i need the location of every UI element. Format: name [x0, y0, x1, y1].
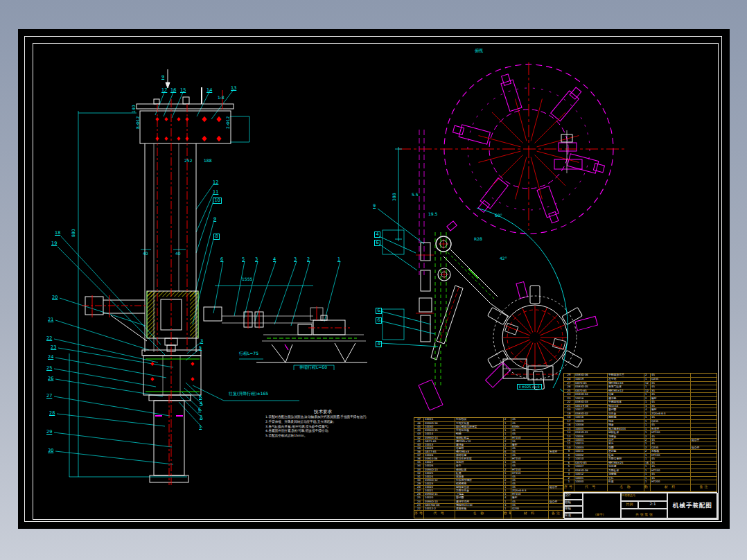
callout-balloon: 4 [200, 401, 202, 406]
parts-header-cell: 序号 [564, 484, 574, 493]
parts-header-cell: 代 号 [423, 511, 455, 519]
callout-balloon: 4 [376, 341, 382, 347]
scale-label: 比例 [621, 501, 638, 509]
callout-balloon: 29 [46, 430, 52, 435]
parts-header-cell: 数量 [644, 484, 650, 493]
dimension-text: 19.5 [428, 212, 437, 216]
dimension-text: 40 [175, 252, 181, 256]
callout-balloon: 30 [48, 448, 53, 453]
callout-balloon: 6 [220, 257, 223, 262]
callout-balloon: 11 [213, 190, 218, 195]
scale-value: 2:1 [638, 501, 667, 509]
callout-balloon: 6 [374, 240, 380, 246]
callout-balloon: 2 [200, 415, 202, 420]
callout-balloon: 18 [55, 231, 60, 236]
title-block: 设计 校核 审核 批准 (签字) 旧底图总号 比例 2:1 共 张 第 张 机械… [563, 492, 717, 518]
callout-balloon: 6 [376, 317, 382, 324]
top-view [378, 62, 627, 410]
callout-balloon: 9 [373, 204, 376, 209]
technical-notes: 技术要求 1.装配时各配合面涂润滑油,滚动轴承加注钙基润滑脂,手指面不得有油污;… [265, 409, 404, 439]
callout-balloon: 8 [213, 234, 220, 240]
callout-balloon: 10 [213, 198, 222, 204]
dimension-text: 60° [495, 213, 502, 218]
callout-balloon: 5 [242, 257, 245, 262]
callout-balloon: 22 [46, 336, 52, 341]
callout-balloon: 20 [52, 295, 58, 300]
dimension-text: 伸缩行程L=60 [299, 365, 327, 369]
dimension-text: 8-Φ12 [136, 116, 140, 129]
dimension-text: 行程L=75 [239, 351, 258, 356]
callout-balloon: 27 [46, 394, 52, 399]
callout-balloon: 28 [49, 411, 55, 416]
dimension-text: 2-Φ12 [226, 116, 230, 129]
cad-viewer: 1408-Φ122-Φ121:825218840408801555行程L=75伸… [0, 0, 747, 560]
parts-list-right: 290593D-06手部连接法兰2452810019左手指1Q23527GB70… [563, 373, 717, 492]
note-line: 1.装配时各配合面涂润滑油,滚动轴承加注钙基润滑脂,手指面不得有油污; [265, 415, 404, 420]
callout-balloon: 3 [200, 339, 203, 344]
dimension-text: R28 [474, 237, 482, 241]
callout-balloon: 4 [374, 231, 380, 238]
field-auditor: 审核 [564, 506, 583, 513]
callout-balloon: 26 [48, 376, 53, 381]
dimension-text: 5.5 [412, 193, 419, 197]
dimension-text: 1:8 [218, 96, 225, 100]
dimension-text: 40 [143, 252, 148, 256]
field-checker: 校核 [564, 500, 583, 507]
dimension-text: 252 [184, 159, 192, 163]
callout-balloon: 5 [199, 346, 202, 351]
parts-list-left: 4710015行程挡块245460593D-16手指安装座1454510030圆… [414, 417, 563, 518]
parts-header-cell: 备注 [690, 484, 718, 493]
callout-balloon: 12 [213, 180, 218, 185]
callout-balloon: 3 [294, 257, 297, 262]
parts-header-cell: 材 料 [650, 484, 690, 493]
dimension-text: 140 [132, 105, 136, 113]
callout-balloon: 15 [180, 88, 186, 93]
parts-header-cell: 名 称 [455, 511, 503, 519]
parts-header-cell: 代 号 [574, 484, 607, 493]
dimension-text: 俯视 [475, 49, 483, 53]
parts-header-cell: 名 称 [607, 484, 644, 493]
callout-balloon: 9 [213, 217, 216, 222]
callout-balloon: 21 [48, 317, 53, 322]
parts-header-cell: 数量 [503, 511, 511, 519]
note-line: 5.装配后空载试运转15min。 [265, 434, 404, 439]
carriage-hatch [147, 291, 198, 338]
dimension-text: 188 [204, 159, 211, 163]
callout-balloon: 8 [199, 395, 202, 400]
parts-header-row: 序号代 号名 称数量材 料备注 [564, 484, 717, 493]
callout-balloon: 9 [161, 75, 164, 80]
callout-balloon: 13 [231, 86, 236, 91]
callout-balloon: 4 [273, 257, 276, 262]
callout-balloon: 14 [206, 88, 212, 93]
parts-header-cell: 备注 [548, 511, 564, 519]
callout-balloon: 25 [46, 366, 52, 371]
old-drawing-number-label: 旧底图总号 [621, 493, 667, 501]
note-line: 2.手臂伸缩、升降及回转运动应平稳,无卡滞现象; [265, 420, 404, 425]
drawing-title: 机械手装配图 [667, 493, 718, 519]
field-designer: 设计 [564, 493, 583, 500]
dimension-text: 往复(升降行程)±165 [229, 392, 268, 396]
parts-header-row: 序号代 号名 称数量材 料备注 [414, 510, 563, 519]
note-line: 4.各紧固件应拧紧,防松可靠,销连接不得松动; [265, 429, 404, 434]
dimension-text: Ⅱ Φ925 e=9 [517, 384, 542, 390]
dimension-text: 880 [71, 229, 76, 237]
callout-balloon: 1 [199, 425, 202, 430]
dimension-text: 42° [500, 256, 507, 261]
signature-hint: (签字) [595, 513, 621, 519]
callout-balloon: 19 [51, 241, 57, 246]
callout-balloon: 16 [170, 88, 176, 93]
callout-balloon: 23 [51, 345, 56, 350]
callout-balloon: 3 [255, 257, 258, 262]
dimension-text: 1555 [242, 277, 252, 281]
parts-header-cell: 序号 [414, 511, 423, 519]
callout-balloon: 6 [198, 408, 201, 412]
notes-title: 技术要求 [285, 409, 361, 415]
callout-balloon: 2 [307, 257, 310, 262]
sheet-count: 共 张 第 张 [621, 509, 667, 519]
callout-balloon: 17 [161, 88, 167, 93]
callout-balloon: 24 [48, 355, 53, 360]
field-approver: 批准 [564, 513, 583, 520]
callout-balloon: 1 [337, 257, 340, 262]
parts-header-cell: 材 料 [511, 511, 548, 519]
dimension-text: 388 [392, 193, 396, 201]
